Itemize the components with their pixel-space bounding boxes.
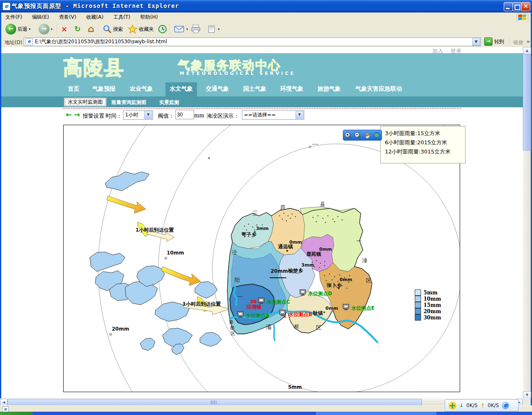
back-caret-icon[interactable]: ▾ (29, 27, 31, 31)
subnav-realtime-monitor-active[interactable]: 水文实时监测图 (64, 98, 106, 106)
next-arrow-icon[interactable]: → (74, 110, 80, 119)
mail-button[interactable]: ▾ (172, 23, 190, 35)
vertical-scrollbar[interactable]: ▲ ▼ (523, 47, 530, 398)
rainfall-info-box: 3小时面雨量:15立方米 6小时面雨量:2015立方米 12小时面雨量:3015… (380, 126, 466, 163)
threshold-input[interactable] (175, 110, 194, 119)
360-safety-icon[interactable] (448, 402, 456, 410)
time-select[interactable]: 1小时 ▼ (123, 110, 153, 120)
favorites-button[interactable]: 收藏夹 (126, 23, 155, 35)
home-button[interactable]: ⌂ (86, 23, 96, 35)
station-label-B[interactable]: 水位测点B (288, 311, 312, 317)
search-label: 搜索 (113, 26, 123, 33)
start-button-edge[interactable] (0, 412, 32, 415)
menu-edit[interactable]: 编辑(E) (28, 12, 53, 22)
maximize-button[interactable] (512, 2, 522, 11)
address-input[interactable] (34, 39, 480, 45)
scroll-up-icon[interactable]: ▲ (523, 47, 531, 54)
zoom-out-icon[interactable] (354, 132, 361, 139)
neighbor-label: 一 (356, 238, 362, 244)
nav-traffic[interactable]: 交通气象 (206, 85, 229, 93)
mail-caret-icon[interactable]: ▾ (186, 27, 188, 31)
rain-dot (338, 287, 340, 289)
network-speed-widget[interactable]: ↓ 0K/S ↑ 0K/S e (445, 399, 519, 412)
flood-demo-select[interactable]: ==请选择== ▼ (242, 110, 304, 120)
edit-button[interactable]: ▾ (206, 23, 222, 35)
ie-shortcut-icon[interactable]: e (502, 402, 509, 409)
stop-button[interactable]: × (59, 23, 69, 35)
flood-select-arrow-icon[interactable]: ▼ (296, 111, 303, 119)
neighbor-label: 秦 (229, 319, 234, 325)
menu-favorites[interactable]: 收藏(A) (82, 12, 108, 22)
nav-agriculture[interactable]: 农业气象 (130, 85, 153, 93)
search-button[interactable]: 搜索 (101, 23, 125, 35)
station-label-A[interactable]: 水位测点A (245, 313, 270, 319)
mail-icon (174, 25, 185, 33)
address-dropdown-icon[interactable]: ▼ (472, 38, 480, 46)
neighbor-label: 区 (316, 324, 321, 331)
alarm-settings-label: 报警设置 (83, 112, 104, 120)
close-button[interactable]: × (521, 2, 530, 11)
nav-home[interactable]: 首页 (68, 85, 79, 93)
scroll-left-icon[interactable]: ◀ (0, 399, 7, 406)
neighbor-label: 三 (252, 210, 258, 216)
zoom-in-icon[interactable] (345, 132, 352, 139)
neighbor-label: 桥 (294, 324, 299, 330)
scroll-down-icon[interactable]: ▼ (523, 391, 531, 399)
globe-icon[interactable] (373, 132, 380, 139)
links-chevron-icon[interactable]: » (527, 39, 530, 44)
links-label[interactable]: 链接 (513, 39, 523, 46)
prev-arrow-icon[interactable]: ← (66, 110, 71, 119)
edit-icon (207, 25, 217, 34)
window-title: 气象预报页面原型 - Microsoft Internet Explorer (12, 2, 179, 10)
nav-tourism[interactable]: 旅游气象 (318, 85, 341, 93)
ring-marker (165, 257, 167, 259)
menu-file[interactable]: 文件(F) (1, 12, 26, 22)
print-icon (191, 25, 202, 34)
nav-environment[interactable]: 环境气象 (280, 85, 303, 93)
back-button[interactable]: ← 后退 ▾ (4, 23, 32, 35)
back-label: 后退 (17, 26, 27, 33)
menu-help[interactable]: 帮助(H) (136, 12, 162, 22)
hydrology-map[interactable]: 1小时后到达位置 1小时后到达位置 (63, 125, 460, 392)
refresh-button[interactable]: ↻ (73, 23, 82, 35)
forward-button[interactable]: → ▾ (37, 23, 54, 35)
print-button[interactable] (189, 23, 203, 35)
time-label: 时间： (106, 112, 122, 120)
station-label-C[interactable]: 水位测点C (266, 299, 290, 305)
rain-label-tongyuan: 0mm (289, 240, 302, 245)
status-ie-icon: e (2, 406, 9, 412)
taskbar-button[interactable] (316, 412, 436, 415)
menu-view[interactable]: 查看(V) (55, 12, 81, 22)
nav-weather-forecast[interactable]: 气象预报 (92, 85, 116, 93)
horizontal-scroll-thumb[interactable] (7, 399, 422, 406)
rain-label-wanzi: 3mm (256, 226, 269, 231)
neighbor-label: 阳 (234, 277, 240, 283)
station-label-E[interactable]: 水位测点E (351, 305, 374, 311)
nav-hydrology-active[interactable]: 水文气象 (170, 85, 193, 93)
search-icon (103, 25, 112, 34)
time-select-value: 1小时 (123, 111, 144, 119)
go-label: 转到 (494, 38, 504, 45)
windows-logo-icon (517, 13, 528, 22)
subnav-live-view[interactable]: 实景监测 (159, 99, 179, 106)
history-button[interactable] (156, 23, 169, 35)
nav-disaster-emergency[interactable]: 气象灾害应急联动 (355, 85, 402, 93)
neighbor-label: 区 (366, 277, 371, 284)
address-label: 地址(D) (5, 39, 22, 46)
go-button[interactable]: → 转到 (484, 37, 507, 46)
title-bar: e 气象预报页面原型 - Microsoft Internet Explorer… (0, 0, 532, 12)
subnav-rain-query[interactable]: 雨量查询监测图 (111, 99, 146, 106)
menu-tools[interactable]: 工具(T) (109, 12, 135, 22)
forward-caret-icon[interactable]: ▾ (51, 27, 53, 31)
time-select-arrow-icon[interactable]: ▼ (144, 111, 152, 119)
scrollbar-corner (523, 398, 530, 405)
vertical-scroll-thumb[interactable] (523, 54, 531, 151)
ie-toolbar: ← 后退 ▾ → ▾ × ↻ ⌂ 搜索 收藏夹 (1, 22, 531, 37)
station-label-D[interactable]: 水位测点D (308, 291, 332, 296)
pan-hand-icon[interactable] (364, 132, 371, 139)
edit-caret-icon[interactable]: ▾ (218, 27, 220, 31)
threshold-unit: mm (194, 112, 204, 119)
minimize-button[interactable] (504, 2, 513, 11)
nav-land[interactable]: 国土气象 (243, 85, 266, 93)
toolbar-separator (169, 24, 170, 35)
